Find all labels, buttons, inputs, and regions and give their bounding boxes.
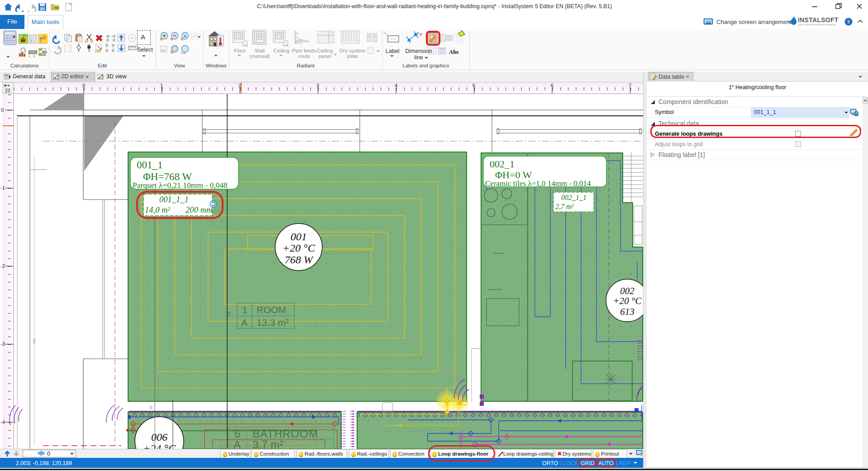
svg-text:001_1_1: 001_1_1: [159, 195, 189, 204]
svg-text:+24 °C: +24 °C: [143, 442, 176, 449]
svg-text:90: 90: [130, 37, 134, 40]
svg-text:ΔP: ΔP: [192, 34, 197, 38]
svg-text:1: 1: [242, 304, 248, 315]
svg-text:2.0: 2.0: [415, 31, 422, 37]
svg-text:ROOM: ROOM: [257, 304, 286, 315]
svg-text:A: A: [184, 33, 187, 38]
svg-text:6: 6: [234, 428, 240, 440]
svg-text:006: 006: [151, 431, 167, 443]
svg-text:13,3 m²: 13,3 m²: [257, 317, 289, 328]
svg-text:002_1: 002_1: [490, 158, 515, 170]
svg-text:Parquet λ=0,21 10mm - 0,048: Parquet λ=0,21 10mm - 0,048: [133, 181, 228, 190]
svg-text:3,7 m²: 3,7 m²: [253, 438, 283, 449]
svg-text:14,0 m²: 14,0 m²: [145, 205, 170, 214]
svg-text:001: 001: [291, 231, 307, 243]
svg-text:001_1: 001_1: [137, 159, 163, 171]
svg-text:A: A: [234, 438, 241, 449]
svg-text:318: 318: [227, 311, 230, 317]
svg-text:430: 430: [33, 338, 36, 344]
svg-text:INSTALSOFT: INSTALSOFT: [798, 17, 839, 24]
svg-text:0: 0: [82, 83, 85, 88]
svg-text:768 W: 768 W: [285, 254, 314, 266]
svg-text:200 mm: 200 mm: [186, 205, 212, 214]
svg-text:2,7 m²: 2,7 m²: [555, 203, 574, 210]
svg-text:5: 5: [472, 83, 475, 88]
svg-text:6: 6: [551, 83, 553, 88]
svg-text:+20 °C: +20 °C: [613, 295, 642, 306]
svg-text:613: 613: [620, 306, 634, 317]
svg-text:?: ?: [847, 19, 850, 24]
svg-text:-2: -2: [0, 263, 5, 269]
svg-text:4: 4: [395, 83, 397, 88]
svg-text:0: 0: [1, 107, 4, 113]
svg-text:12: 12: [149, 406, 153, 409]
svg-text:-3: -3: [0, 341, 5, 347]
svg-text:A: A: [241, 317, 248, 328]
svg-text:Easy and professional designin: Easy and professional designing: [798, 23, 836, 26]
svg-text:Abc: Abc: [449, 48, 459, 55]
svg-text:22: 22: [5, 88, 10, 93]
svg-text:-1: -1: [0, 185, 5, 190]
svg-text:3: 3: [316, 83, 319, 88]
svg-text:+20 °C: +20 °C: [282, 242, 315, 254]
svg-text:1: 1: [160, 83, 163, 88]
svg-text:002: 002: [620, 285, 634, 296]
svg-text:7: 7: [629, 83, 631, 88]
svg-text:002_1_1: 002_1_1: [561, 194, 587, 201]
svg-text:Ceramic tiles λ=1,0 14mm - 0,0: Ceramic tiles λ=1,0 14mm - 0,014: [485, 179, 591, 188]
svg-text:-4: -4: [0, 419, 5, 425]
svg-text:BATHROOM: BATHROOM: [253, 428, 318, 440]
